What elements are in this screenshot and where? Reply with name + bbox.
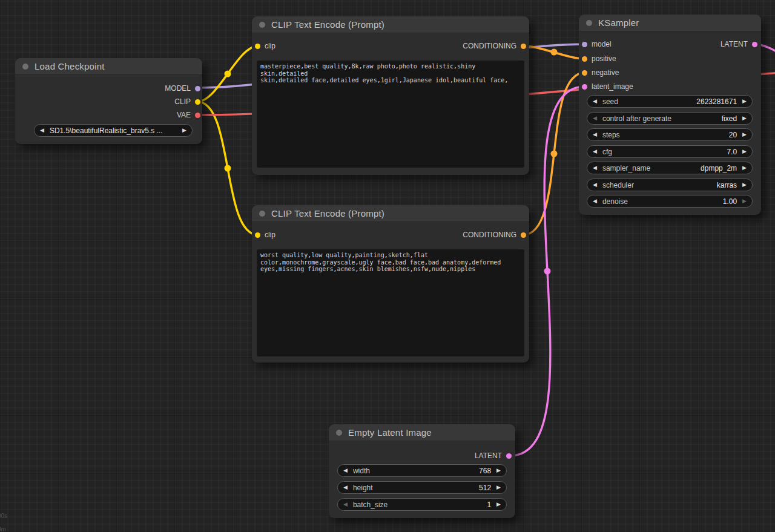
increment-icon[interactable]: ▶	[496, 468, 501, 473]
widget-label: denoise	[602, 197, 628, 206]
input-clip: clip	[255, 41, 275, 51]
decrement-icon[interactable]: ◀	[343, 485, 348, 490]
ckpt-name-value: SD1.5\beautifulRealistic_brav5.s ...	[50, 126, 163, 135]
node-title-bar[interactable]: Empty Latent Image	[329, 424, 515, 441]
node-empty-latent-image[interactable]: Empty Latent Image LATENT ◀ width 768 ▶ …	[329, 424, 515, 518]
conditioning-port-dot[interactable]	[521, 232, 526, 238]
positive-prompt-textarea[interactable]: masterpiece,best quality,8k,raw photo,ph…	[257, 61, 524, 168]
collapse-dot-icon[interactable]	[22, 64, 28, 70]
increment-icon[interactable]: ▶	[496, 502, 501, 507]
node-title-bar[interactable]: CLIP Text Encode (Prompt)	[252, 16, 529, 33]
increment-icon[interactable]: ▶	[742, 116, 747, 121]
widget-label: cfg	[602, 148, 612, 156]
vae-port-dot[interactable]	[195, 113, 200, 118]
decrement-icon[interactable]: ◀	[593, 165, 597, 171]
widget-label: seed	[602, 97, 618, 106]
node-load-checkpoint[interactable]: Load Checkpoint MODEL CLIP VAE ◀ SD1.5\b…	[15, 58, 202, 144]
clip-port-dot[interactable]	[255, 44, 260, 49]
sampler-name-widget[interactable]: ◀ sampler_name dpmpp_2m ▶	[587, 162, 753, 174]
steps-widget[interactable]: ◀ steps 20 ▶	[587, 128, 753, 141]
link-midpoint-dot[interactable]	[551, 151, 558, 157]
output-conditioning: CONDITIONING	[463, 41, 526, 51]
latent-port-dot[interactable]	[582, 84, 587, 90]
decrement-icon[interactable]: ◀	[593, 99, 597, 104]
input-label: model	[592, 40, 612, 48]
ckpt-name-combo[interactable]: ◀ SD1.5\beautifulRealistic_brav5.s ... ▶	[34, 124, 193, 137]
negative-prompt-textarea[interactable]: worst quality,low quality,painting,sketc…	[257, 249, 524, 356]
graph-canvas[interactable]: { "colors": { "model": "#b39ddb", "clip"…	[0, 0, 775, 532]
node-title-bar[interactable]: KSampler	[579, 15, 761, 31]
control-after-generate-widget[interactable]: ◀ control after generate fixed ▶	[587, 112, 753, 125]
conditioning-port-dot[interactable]	[582, 70, 587, 76]
output-label: CLIP	[174, 97, 191, 106]
node-title-bar[interactable]: Load Checkpoint	[15, 58, 202, 75]
conditioning-port-dot[interactable]	[521, 44, 526, 49]
increment-icon[interactable]: ▶	[742, 149, 747, 154]
widget-label: batch_size	[353, 501, 388, 509]
output-latent: LATENT	[475, 450, 512, 461]
link-midpoint-dot[interactable]	[551, 49, 558, 56]
output-label: CONDITIONING	[463, 231, 516, 239]
widget-value: karras	[717, 181, 737, 189]
combo-prev-icon[interactable]: ◀	[40, 128, 44, 133]
node-ksampler[interactable]: KSampler model positive negative latent_…	[579, 15, 761, 215]
increment-icon[interactable]: ▶	[742, 99, 747, 104]
decrement-icon[interactable]: ◀	[593, 182, 597, 188]
widget-value: 7.0	[727, 148, 737, 156]
batch-size-widget[interactable]: ◀ batch_size 1 ▶	[337, 498, 507, 511]
output-label: VAE	[177, 111, 191, 119]
collapse-dot-icon[interactable]	[586, 20, 592, 26]
node-title: KSampler	[598, 18, 639, 28]
increment-icon[interactable]: ▶	[742, 199, 747, 204]
node-title: CLIP Text Encode (Prompt)	[271, 208, 384, 218]
widget-label: scheduler	[602, 181, 634, 189]
increment-icon[interactable]: ▶	[742, 165, 747, 171]
decrement-icon[interactable]: ◀	[343, 502, 348, 507]
output-label: CONDITIONING	[463, 42, 516, 50]
widget-value: 512	[479, 484, 491, 492]
input-latent-image: latent_image	[582, 81, 633, 92]
node-title-bar[interactable]: CLIP Text Encode (Prompt)	[252, 205, 529, 222]
model-port-dot[interactable]	[195, 86, 200, 91]
seed-widget[interactable]: ◀ seed 2623281671 ▶	[587, 95, 753, 108]
node-clip-text-encode-negative[interactable]: CLIP Text Encode (Prompt) clip CONDITION…	[252, 205, 529, 363]
decrement-icon[interactable]: ◀	[593, 199, 597, 204]
height-widget[interactable]: ◀ height 512 ▶	[337, 481, 507, 494]
clip-port-dot[interactable]	[195, 99, 200, 105]
latent-port-dot[interactable]	[752, 42, 757, 47]
link-midpoint-dot[interactable]	[225, 71, 231, 77]
input-label: clip	[265, 42, 275, 50]
link-midpoint-dot[interactable]	[225, 165, 231, 172]
decrement-icon[interactable]: ◀	[593, 116, 597, 121]
node-title: Load Checkpoint	[35, 61, 105, 71]
widget-label: width	[353, 467, 370, 475]
cfg-widget[interactable]: ◀ cfg 7.0 ▶	[587, 145, 753, 158]
denoise-widget[interactable]: ◀ denoise 1.00 ▶	[587, 195, 753, 208]
decrement-icon[interactable]: ◀	[593, 132, 597, 137]
node-clip-text-encode-positive[interactable]: CLIP Text Encode (Prompt) clip CONDITION…	[252, 16, 529, 175]
link-midpoint-dot[interactable]	[544, 268, 551, 275]
decrement-icon[interactable]: ◀	[593, 149, 597, 154]
input-negative: negative	[582, 67, 619, 78]
widget-label: control after generate	[602, 114, 671, 123]
increment-icon[interactable]: ▶	[496, 485, 501, 490]
decrement-icon[interactable]: ◀	[343, 468, 348, 473]
widget-value: 20	[729, 131, 737, 139]
width-widget[interactable]: ◀ width 768 ▶	[337, 464, 507, 477]
increment-icon[interactable]: ▶	[742, 132, 747, 137]
clip-port-dot[interactable]	[255, 232, 260, 238]
collapse-dot-icon[interactable]	[259, 211, 265, 217]
input-clip: clip	[255, 229, 275, 240]
scheduler-widget[interactable]: ◀ scheduler karras ▶	[587, 179, 753, 191]
latent-port-dot[interactable]	[506, 453, 512, 459]
output-vae: VAE	[177, 110, 200, 120]
collapse-dot-icon[interactable]	[259, 22, 265, 28]
collapse-dot-icon[interactable]	[336, 430, 342, 436]
combo-next-icon[interactable]: ▶	[182, 128, 186, 133]
model-port-dot[interactable]	[582, 42, 587, 47]
increment-icon[interactable]: ▶	[742, 182, 747, 188]
widget-value: 2623281671	[696, 97, 737, 106]
conditioning-port-dot[interactable]	[582, 56, 587, 62]
input-label: negative	[592, 68, 619, 77]
widget-value: fixed	[722, 114, 737, 123]
